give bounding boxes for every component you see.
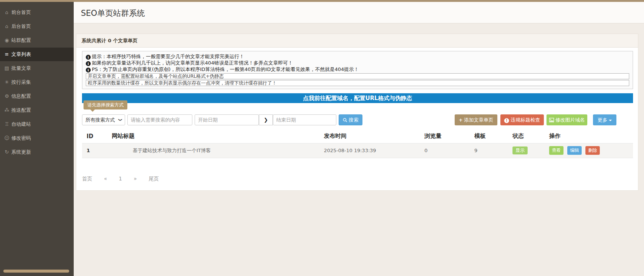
- toolbar: 所有搜索方式 ❯ ❯ 搜索 +添加文章单页 !违规标题检查 修改图片域名 更: [76, 114, 639, 125]
- search-mode-tooltip: 请先选择搜索方式: [84, 100, 127, 109]
- exclamation-circle-icon: !: [504, 118, 509, 123]
- table-row: 1 基于建站技术与致力打造一个IT博客 2025-08-10 19:33:39 …: [82, 143, 633, 158]
- col-header-title: 网站标题: [107, 130, 319, 143]
- search-icon: [343, 118, 347, 122]
- sidebar-item-label: 系统更新: [11, 149, 31, 155]
- col-header-time: 发布时间: [319, 130, 420, 143]
- info-circle-icon: i: [86, 55, 91, 60]
- pagination-last[interactable]: 尾页: [149, 176, 159, 182]
- delete-button[interactable]: 删除: [585, 146, 600, 155]
- table-header-row: ID 网站标题 发布时间 浏览量 模板 状态 操作: [82, 130, 633, 143]
- batch-article-icon: ▤: [3, 62, 10, 75]
- article-list-icon: ≡: [3, 48, 10, 61]
- caret-down-icon: [609, 120, 612, 121]
- content-panel: i提示：本程序技巧特殊，一般需要至少几千的文章才能支撑完美运行！ i如果你的文章…: [76, 48, 638, 191]
- sidebar-item-front-home[interactable]: ⌂ 前台首页: [0, 6, 74, 19]
- pagination-page-1[interactable]: 1: [119, 176, 122, 182]
- sidebar-item-label: 后台首页: [11, 23, 31, 29]
- sidebar-item-push-config[interactable]: ⁂ 推送配置: [0, 103, 74, 117]
- page-title: SEO单页站群系统: [81, 8, 145, 19]
- info-circle-icon: i: [86, 61, 91, 66]
- tip-line: i如果你的文章量达不到几千以上，访问文章单页显示404错误是正常情况！多弄点文章…: [86, 60, 629, 66]
- tip-text: PS：为了防止单页内容重复(伪原创)，所以本程序ID算法特殊，一般第40页后的I…: [92, 66, 359, 72]
- cell-time: 2025-08-10 19:33:39: [319, 143, 420, 158]
- add-article-button[interactable]: +添加文章单页: [455, 114, 497, 125]
- cell-status: 显示: [508, 143, 545, 158]
- pagination: 首页 « 1 » 尾页: [82, 176, 159, 182]
- refresh-icon: ↻: [3, 145, 10, 159]
- add-article-label: 添加文章单页: [464, 117, 493, 123]
- image-icon: [549, 118, 554, 122]
- sidebar-item-label: 推送配置: [11, 107, 31, 113]
- sidebar-item-site-group-config[interactable]: ◉ 站群配置: [0, 34, 74, 47]
- sidebar-item-label: 文章列表: [11, 51, 31, 57]
- chevron-down-icon: ❯: [115, 118, 125, 121]
- sidebar-item-change-password[interactable]: ☺ 修改密码: [0, 131, 74, 145]
- cell-title: 基于建站技术与致力打造一个IT博客: [107, 143, 319, 158]
- view-button[interactable]: 查看: [549, 146, 564, 155]
- sidebar-item-auto-build[interactable]: ♖ 自动建站: [0, 117, 74, 131]
- cell-views: 0: [420, 143, 470, 158]
- page: ⌂ 前台首页 ⌂ 后台首页 ◉ 站群配置 ≡ 文章列表 ▤ 批量文章 ✳ 按行采…: [0, 0, 644, 276]
- image-domain-label: 修改图片域名: [556, 117, 585, 123]
- sidebar-item-article-list[interactable]: ≡ 文章列表: [0, 48, 74, 61]
- sidebar-item-label: 按行采集: [11, 79, 31, 85]
- user-circle-icon: ☺: [3, 131, 10, 145]
- pagination-prev[interactable]: «: [104, 176, 107, 182]
- more-button[interactable]: 更多: [593, 114, 616, 125]
- pagination-next[interactable]: »: [134, 176, 137, 182]
- more-label: 更多: [598, 117, 607, 123]
- stats-bar: 系统共累计 0 个文章单页: [76, 34, 638, 48]
- sidebar-item-label: 修改密码: [11, 135, 31, 141]
- sidebar-item-label: 站群配置: [11, 37, 31, 43]
- col-header-status: 状态: [508, 130, 545, 143]
- end-date-input[interactable]: [273, 114, 336, 125]
- tip-line: iPS：为了防止单页内容重复(伪原创)，所以本程序ID算法特殊，一般第40页后的…: [86, 66, 629, 72]
- keyword-input[interactable]: [127, 114, 192, 125]
- search-button[interactable]: 搜索: [339, 114, 362, 125]
- title-check-button[interactable]: !违规标题检查: [500, 114, 544, 125]
- gear-icon: ⚙: [3, 89, 10, 103]
- pagination-first[interactable]: 首页: [82, 176, 92, 182]
- sidebar-item-back-home[interactable]: ⌂ 后台首页: [0, 20, 74, 33]
- article-table: ID 网站标题 发布时间 浏览量 模板 状态 操作 1 基于建站技术与致力打造一…: [82, 130, 633, 158]
- title-check-label: 违规标题检查: [511, 117, 540, 123]
- sidebar-item-label: 批量文章: [11, 65, 31, 71]
- sidebar: ⌂ 前台首页 ⌂ 后台首页 ◉ 站群配置 ≡ 文章列表 ▤ 批量文章 ✳ 按行采…: [0, 2, 74, 276]
- col-header-views: 浏览量: [420, 130, 470, 143]
- cell-template: 9: [470, 143, 508, 158]
- tip-notice-box: 程序采用的数量统计缓存，所以文章列表显示偶尔存在一点冲突，清理下统计缓存就行了！: [86, 80, 629, 86]
- home-icon: ⌂: [3, 6, 10, 19]
- sidebar-item-label: 信息配置: [11, 93, 31, 99]
- tip-line: i提示：本程序技巧特殊，一般需要至少几千的文章才能支撑完美运行！: [86, 53, 629, 60]
- site-group-icon: ◉: [3, 34, 10, 47]
- cell-ops: 查看 编辑 删除: [545, 143, 633, 158]
- tip-notice-box: 开启文章单页，需配置站群域名，及每个站点的URL格式+伪静态: [86, 73, 629, 79]
- collect-icon: ✳: [3, 76, 10, 89]
- edit-button[interactable]: 编辑: [567, 146, 582, 155]
- tip-text: 提示：本程序技巧特殊，一般需要至少几千的文章才能支撑完美运行！: [92, 54, 244, 59]
- sidebar-item-batch-article[interactable]: ▤ 批量文章: [0, 62, 74, 75]
- col-header-template: 模板: [470, 130, 508, 143]
- plus-icon: +: [459, 117, 463, 123]
- search-mode-select[interactable]: 所有搜索方式 ❯: [82, 114, 125, 125]
- paw-icon: ⁂: [3, 103, 10, 117]
- sidebar-item-label: 自动建站: [11, 121, 31, 127]
- start-date-input[interactable]: [195, 114, 259, 125]
- sidebar-item-system-update[interactable]: ↻ 系统更新: [0, 145, 74, 159]
- col-header-id: ID: [82, 130, 107, 143]
- col-header-ops: 操作: [545, 130, 633, 143]
- tips-box: i提示：本程序技巧特殊，一般需要至少几千的文章才能支撑完美运行！ i如果你的文章…: [82, 51, 633, 89]
- sidebar-item-line-collect[interactable]: ✳ 按行采集: [0, 76, 74, 89]
- bank-icon: ♖: [3, 117, 10, 131]
- date-range-separator: ❯: [259, 114, 273, 125]
- tip-text: 如果你的文章量达不到几千以上，访问文章单页显示404错误是正常情况！多弄点文章即…: [92, 60, 293, 66]
- sidebar-item-info-config[interactable]: ⚙ 信息配置: [0, 89, 74, 103]
- home-icon: ⌂: [3, 20, 10, 33]
- sidebar-scrollbar-thumb[interactable]: [3, 270, 69, 273]
- main-header: SEO单页站群系统: [74, 2, 644, 23]
- image-domain-button[interactable]: 修改图片域名: [546, 114, 587, 125]
- search-button-label: 搜索: [349, 117, 359, 123]
- status-badge[interactable]: 显示: [512, 146, 528, 154]
- config-domain-banner[interactable]: 点我前往配置域名，配置URL格式与伪静态: [82, 93, 633, 103]
